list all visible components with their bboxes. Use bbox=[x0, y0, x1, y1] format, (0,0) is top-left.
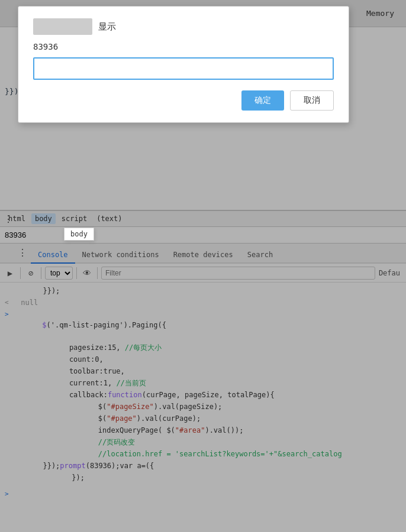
modal-icon bbox=[33, 18, 92, 35]
modal-header: 显示 bbox=[33, 18, 334, 35]
confirm-button[interactable]: 确定 bbox=[241, 90, 284, 111]
modal-value: 83936 bbox=[33, 42, 334, 51]
dom-tooltip: body bbox=[64, 228, 94, 241]
modal-dialog: 显示 83936 确定 取消 bbox=[18, 6, 349, 123]
cancel-button[interactable]: 取消 bbox=[290, 90, 334, 111]
modal-title: 显示 bbox=[98, 21, 116, 33]
modal-input[interactable] bbox=[33, 57, 334, 80]
modal-buttons: 确定 取消 bbox=[33, 90, 334, 111]
modal-overlay: 显示 83936 确定 取消 bbox=[0, 0, 406, 532]
